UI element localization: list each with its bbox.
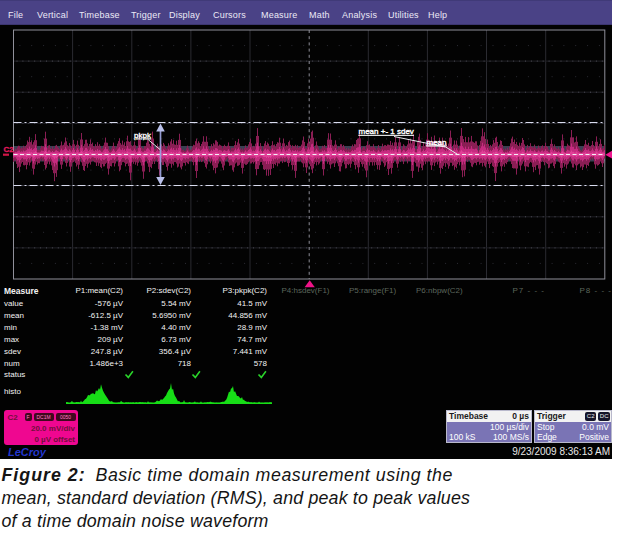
svg-text:pkpk: pkpk <box>134 131 152 140</box>
svg-text:mean +- 1 sdev: mean +- 1 sdev <box>359 127 414 136</box>
svg-text:C2: C2 <box>4 145 15 154</box>
svg-text:mean: mean <box>427 138 447 147</box>
